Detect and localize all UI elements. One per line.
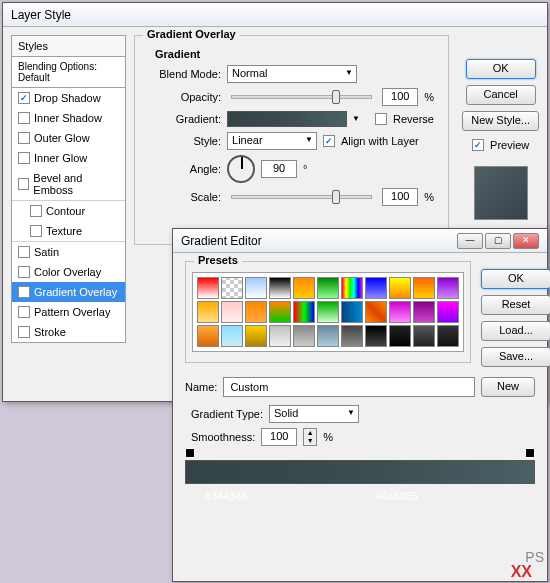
style-item-texture[interactable]: Texture xyxy=(12,221,125,242)
style-checkbox[interactable] xyxy=(18,92,30,104)
preset-swatch[interactable] xyxy=(389,277,411,299)
style-checkbox[interactable] xyxy=(18,326,30,338)
blend-mode-label: Blend Mode: xyxy=(149,68,221,80)
scale-value[interactable]: 100 xyxy=(382,188,418,206)
group-legend: Gradient Overlay xyxy=(143,28,240,40)
styles-header[interactable]: Styles xyxy=(12,36,125,57)
preset-swatch[interactable] xyxy=(269,277,291,299)
gradient-editor-titlebar[interactable]: Gradient Editor — ▢ ✕ xyxy=(173,229,547,253)
preview-checkbox[interactable] xyxy=(472,139,484,151)
smoothness-spinner[interactable]: ▲▼ xyxy=(303,428,317,446)
angle-value[interactable]: 90 xyxy=(261,160,297,178)
style-checkbox[interactable] xyxy=(18,306,30,318)
style-checkbox[interactable] xyxy=(30,205,42,217)
angle-dial[interactable] xyxy=(227,155,255,183)
preset-swatch[interactable] xyxy=(413,325,435,347)
ok-button[interactable]: OK xyxy=(466,59,536,79)
preset-swatch[interactable] xyxy=(389,301,411,323)
preset-swatch[interactable] xyxy=(365,301,387,323)
preset-swatch[interactable] xyxy=(245,277,267,299)
minimize-icon[interactable]: — xyxy=(457,233,483,249)
preset-swatch[interactable] xyxy=(389,325,411,347)
ge-ok-button[interactable]: OK xyxy=(481,269,550,289)
style-label: Pattern Overlay xyxy=(34,306,110,318)
style-checkbox[interactable] xyxy=(18,246,30,258)
style-item-gradient-overlay[interactable]: Gradient Overlay xyxy=(12,282,125,302)
style-checkbox[interactable] xyxy=(18,112,30,124)
ge-load-button[interactable]: Load... xyxy=(481,321,550,341)
style-item-inner-shadow[interactable]: Inner Shadow xyxy=(12,108,125,128)
blending-options[interactable]: Blending Options: Default xyxy=(12,57,125,88)
preset-swatch[interactable] xyxy=(437,325,459,347)
gradient-bar[interactable] xyxy=(185,460,535,484)
gradient-swatch[interactable] xyxy=(227,111,347,127)
style-item-color-overlay[interactable]: Color Overlay xyxy=(12,262,125,282)
style-checkbox[interactable] xyxy=(18,132,30,144)
style-item-bevel-and-emboss[interactable]: Bevel and Emboss xyxy=(12,168,125,201)
gradient-label: Gradient: xyxy=(149,113,221,125)
preset-swatch[interactable] xyxy=(341,325,363,347)
preset-swatch[interactable] xyxy=(293,301,315,323)
preset-swatch[interactable] xyxy=(197,301,219,323)
name-input[interactable] xyxy=(223,377,475,397)
maximize-icon[interactable]: ▢ xyxy=(485,233,511,249)
opacity-value[interactable]: 100 xyxy=(382,88,418,106)
styles-list: Styles Blending Options: Default Drop Sh… xyxy=(11,35,126,343)
preset-swatch[interactable] xyxy=(221,325,243,347)
preset-swatch[interactable] xyxy=(365,325,387,347)
preset-swatch[interactable] xyxy=(413,277,435,299)
preset-swatch[interactable] xyxy=(221,301,243,323)
preset-swatch[interactable] xyxy=(341,277,363,299)
gradient-type-select[interactable]: Solid xyxy=(269,405,359,423)
cancel-button[interactable]: Cancel xyxy=(466,85,536,105)
blend-mode-select[interactable]: Normal xyxy=(227,65,357,83)
style-item-pattern-overlay[interactable]: Pattern Overlay xyxy=(12,302,125,322)
style-checkbox[interactable] xyxy=(30,225,42,237)
preset-swatch[interactable] xyxy=(197,277,219,299)
gradient-editor-title: Gradient Editor xyxy=(181,234,262,248)
scale-slider[interactable] xyxy=(231,195,372,199)
opacity-label: Opacity: xyxy=(149,91,221,103)
preset-swatch[interactable] xyxy=(437,301,459,323)
preset-swatch[interactable] xyxy=(269,325,291,347)
preset-swatch[interactable] xyxy=(341,301,363,323)
style-item-satin[interactable]: Satin xyxy=(12,242,125,262)
style-select[interactable]: Linear xyxy=(227,132,317,150)
ge-reset-button[interactable]: Reset xyxy=(481,295,550,315)
preset-swatch[interactable] xyxy=(317,301,339,323)
preset-swatch[interactable] xyxy=(245,325,267,347)
style-checkbox[interactable] xyxy=(18,286,30,298)
new-button[interactable]: New xyxy=(481,377,535,397)
style-item-drop-shadow[interactable]: Drop Shadow xyxy=(12,88,125,108)
ge-save-button[interactable]: Save... xyxy=(481,347,550,367)
preset-swatch[interactable] xyxy=(293,277,315,299)
close-icon[interactable]: ✕ xyxy=(513,233,539,249)
layer-style-titlebar[interactable]: Layer Style xyxy=(3,3,547,27)
style-checkbox[interactable] xyxy=(18,266,30,278)
preset-swatch[interactable] xyxy=(413,301,435,323)
presets-label: Presets xyxy=(194,254,242,266)
align-checkbox[interactable] xyxy=(323,135,335,147)
opacity-slider[interactable] xyxy=(231,95,372,99)
preset-swatch[interactable] xyxy=(221,277,243,299)
style-item-contour[interactable]: Contour xyxy=(12,201,125,221)
opacity-stop-left[interactable] xyxy=(185,448,195,458)
smoothness-value[interactable]: 100 xyxy=(261,428,297,446)
style-checkbox[interactable] xyxy=(18,152,30,164)
reverse-checkbox[interactable] xyxy=(375,113,387,125)
opacity-stop-right[interactable] xyxy=(525,448,535,458)
preset-swatch[interactable] xyxy=(293,325,315,347)
style-item-inner-glow[interactable]: Inner Glow xyxy=(12,148,125,168)
preset-swatch[interactable] xyxy=(269,301,291,323)
preset-swatch[interactable] xyxy=(365,277,387,299)
preset-swatch[interactable] xyxy=(437,277,459,299)
preset-swatch[interactable] xyxy=(245,301,267,323)
style-item-stroke[interactable]: Stroke xyxy=(12,322,125,342)
preset-swatch[interactable] xyxy=(197,325,219,347)
preset-swatch[interactable] xyxy=(317,277,339,299)
style-item-outer-glow[interactable]: Outer Glow xyxy=(12,128,125,148)
style-checkbox[interactable] xyxy=(18,178,29,190)
style-label: Color Overlay xyxy=(34,266,101,278)
preset-swatch[interactable] xyxy=(317,325,339,347)
new-style-button[interactable]: New Style... xyxy=(462,111,539,131)
